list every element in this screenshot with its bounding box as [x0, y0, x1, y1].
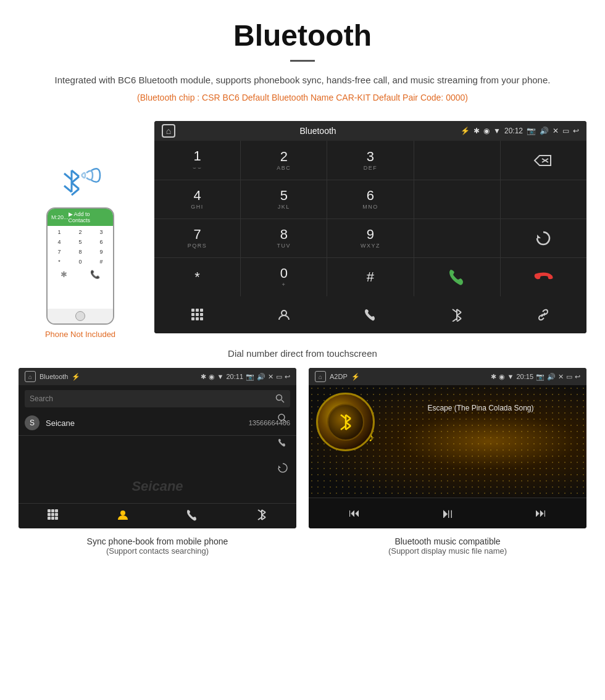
- pb-nav-phone[interactable]: [186, 509, 198, 523]
- home-icon[interactable]: [162, 124, 175, 138]
- dial-key-3[interactable]: 3 DEF: [327, 141, 413, 180]
- svg-marker-7: [535, 156, 551, 165]
- play-pause-icon[interactable]: ⏯: [441, 506, 454, 522]
- search-right-icon[interactable]: [273, 409, 293, 428]
- pb-time: 20:11: [226, 373, 243, 380]
- phone-home-button: [75, 311, 85, 321]
- next-icon[interactable]: ⏭: [535, 507, 546, 520]
- dial-key-0[interactable]: 0 +: [241, 258, 327, 296]
- camera-icon: 📷: [527, 127, 536, 135]
- volume-icon: 🔊: [540, 127, 549, 135]
- svg-marker-32: [278, 465, 281, 468]
- dial-empty-4: [414, 219, 500, 257]
- bottom-captions: Sync phone-book from mobile phone (Suppo…: [0, 531, 605, 568]
- call-icon: [447, 267, 467, 287]
- dial-key-7[interactable]: 7 PQRS: [154, 219, 240, 257]
- dial-bottom-nav: [154, 296, 586, 333]
- status-app-name: Bluetooth: [299, 126, 336, 136]
- page-title: Bluetooth: [37, 19, 568, 52]
- svg-rect-14: [191, 313, 194, 316]
- pb-nav-bluetooth[interactable]: [256, 509, 268, 523]
- link-icon[interactable]: [531, 302, 556, 327]
- status-right: ⚡ ✱ ◉ ▼ 20:12 📷 🔊 ✕ ▭ ↩: [461, 127, 579, 135]
- location-icon: ◉: [483, 127, 490, 135]
- phone-key-0: 0: [70, 257, 90, 266]
- dial-key-6[interactable]: 6 MNO: [327, 180, 413, 219]
- dial-key-8[interactable]: 8 TUV: [241, 219, 327, 257]
- dial-key-call[interactable]: [414, 258, 500, 296]
- music-app-name: A2DP: [330, 373, 348, 380]
- dial-key-1[interactable]: 1 ⌣⌣: [154, 141, 240, 180]
- right-action-icons: [269, 405, 296, 481]
- phone-mockup: M:20... ▶ Add to Contacts 1 2 3 4 5 6 7 …: [46, 207, 114, 325]
- phone-key-7: 7: [49, 248, 69, 256]
- music-window-icon[interactable]: ▭: [566, 373, 572, 381]
- dial-key-5[interactable]: 5 JKL: [241, 180, 327, 219]
- dial-key-4[interactable]: 4 GHI: [154, 180, 240, 219]
- usb-icon: ⚡: [461, 127, 470, 135]
- refresh-icon: [535, 230, 552, 247]
- pb-close-icon[interactable]: ✕: [268, 373, 273, 381]
- call-right-icon[interactable]: [273, 433, 293, 453]
- svg-point-30: [278, 414, 285, 420]
- dial-key-hash[interactable]: #: [327, 258, 413, 296]
- pb-home-icon[interactable]: ⌂: [25, 371, 36, 382]
- phonebook-caption-main: Sync phone-book from mobile phone: [19, 536, 296, 546]
- phone-action-row: ✱ 📞: [49, 270, 111, 279]
- wifi-icon: ▼: [493, 127, 501, 135]
- contacts-icon[interactable]: [272, 302, 296, 327]
- pb-window-icon[interactable]: ▭: [276, 373, 282, 381]
- svg-line-5: [64, 186, 72, 192]
- dial-key-2[interactable]: 2 ABC: [241, 141, 327, 180]
- dial-empty-2: [414, 180, 500, 219]
- pb-camera-icon: 📷: [246, 373, 254, 381]
- contact-row[interactable]: S Seicane 13566664466: [19, 410, 296, 436]
- phone-key-8: 8: [70, 248, 90, 256]
- music-bt-icon: ✱: [491, 373, 496, 381]
- music-back-icon[interactable]: ↩: [575, 373, 580, 381]
- music-home-icon[interactable]: ⌂: [315, 371, 326, 382]
- prev-icon[interactable]: ⏮: [349, 507, 360, 520]
- svg-line-6: [64, 173, 72, 180]
- dial-key-refresh[interactable]: [501, 219, 586, 257]
- svg-line-23: [457, 312, 461, 315]
- svg-line-1: [72, 170, 79, 177]
- refresh-right-icon[interactable]: [273, 458, 293, 478]
- phone-dial-grid: 1 2 3 4 5 6 7 8 9 * 0 #: [49, 228, 111, 266]
- svg-marker-10: [537, 235, 541, 238]
- window-icon[interactable]: ▭: [562, 127, 569, 135]
- svg-rect-40: [51, 517, 54, 520]
- bluetooth-nav-icon[interactable]: [444, 302, 469, 327]
- dial-screen: Bluetooth ⚡ ✱ ◉ ▼ 20:12 📷 🔊 ✕ ▭ ↩: [154, 121, 586, 333]
- pb-nav-person[interactable]: [117, 509, 129, 523]
- pb-back-icon[interactable]: ↩: [285, 373, 290, 381]
- music-caption-sub: (Support display music file name): [309, 546, 586, 556]
- svg-rect-13: [200, 309, 203, 312]
- phonebook-status-bar: ⌂ Bluetooth ⚡ ✱ ◉ ▼ 20:11 📷 🔊 ✕ ▭ ↩: [19, 368, 296, 385]
- phone-top-bar: M:20... ▶ Add to Contacts: [48, 209, 113, 226]
- music-screenshot: ⌂ A2DP ⚡ ✱ ◉ ▼ 20:15 📷 🔊 ✕ ▭ ↩: [309, 368, 586, 528]
- close-icon[interactable]: ✕: [553, 127, 559, 135]
- dial-key-star[interactable]: *: [154, 258, 240, 296]
- dial-key-9[interactable]: 9 WXYZ: [327, 219, 413, 257]
- phone-icon[interactable]: [358, 302, 383, 327]
- search-bar: Search: [25, 390, 290, 407]
- dial-screen-container: Bluetooth ⚡ ✱ ◉ ▼ 20:12 📷 🔊 ✕ ▭ ↩: [154, 121, 586, 333]
- phone-key-9: 9: [91, 248, 111, 256]
- music-usb-icon: ⚡: [351, 373, 360, 381]
- song-title: Escape (The Pina Colada Song): [380, 404, 582, 412]
- pb-nav-grid[interactable]: [47, 509, 59, 523]
- music-close-icon[interactable]: ✕: [558, 373, 564, 381]
- phone-key-6: 6: [91, 238, 111, 246]
- svg-rect-16: [200, 313, 203, 316]
- svg-line-25: [457, 319, 461, 322]
- search-icon[interactable]: [275, 394, 285, 404]
- backspace-icon: [533, 153, 553, 168]
- dial-key-backspace[interactable]: [501, 141, 586, 180]
- dial-empty-3: [501, 180, 586, 219]
- title-divider: [290, 60, 315, 62]
- dialpad-icon[interactable]: [185, 302, 210, 327]
- back-icon[interactable]: ↩: [573, 127, 579, 135]
- svg-rect-38: [55, 513, 58, 516]
- dial-key-end-call[interactable]: [501, 258, 586, 296]
